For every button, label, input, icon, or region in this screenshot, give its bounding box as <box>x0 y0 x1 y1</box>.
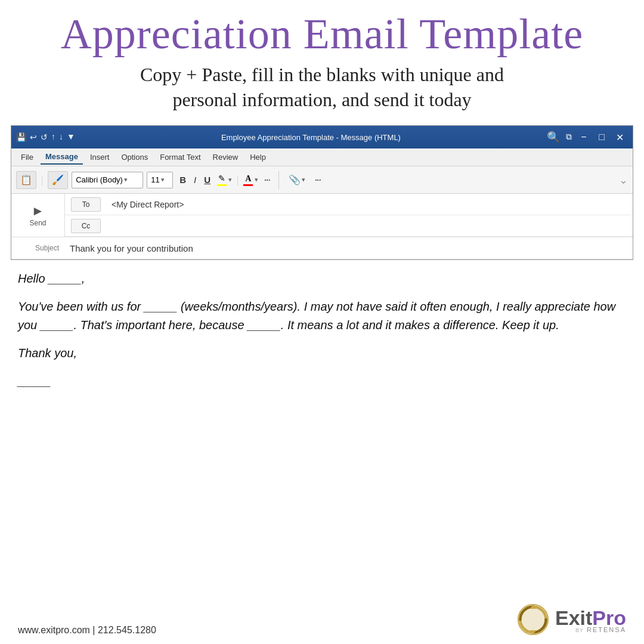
bold-button[interactable]: B <box>177 172 189 188</box>
font-color-swatch <box>243 184 253 186</box>
menu-bar: File Message Insert Options Format Text … <box>11 148 633 166</box>
body-paragraph: You've been with us for _____ (weeks/mon… <box>18 298 626 335</box>
expand-icon[interactable]: ⌄ <box>619 174 628 187</box>
ribbon: 📋 | 🖌️ Calibri (Body) ▾ 11 ▾ B I U ✎ <box>11 166 633 194</box>
more-button-2[interactable]: ··· <box>312 172 323 188</box>
greeting: Hello _____, <box>18 270 626 288</box>
up-icon[interactable]: ↑ <box>51 132 55 142</box>
highlight-color <box>217 184 227 186</box>
highlight-indicator: ✎ <box>217 174 227 186</box>
menu-help[interactable]: Help <box>245 150 271 164</box>
main-title: Appreciation Email Template <box>18 11 626 58</box>
format-painter-button[interactable]: 🖌️ <box>48 171 68 189</box>
highlight-dropdown-icon[interactable]: ▾ <box>228 176 232 184</box>
to-cc-section: ► Send To <My Direct Report> Cc <box>11 194 633 237</box>
page: Appreciation Email Template Copy + Paste… <box>0 0 644 644</box>
font-dropdown-icon[interactable]: ▾ <box>124 176 128 184</box>
paperclip-icon: 📎 <box>289 174 301 185</box>
attach-button[interactable]: 📎 ▾ <box>285 173 309 187</box>
maximize-button[interactable]: □ <box>593 129 610 145</box>
menu-format-text[interactable]: Format Text <box>155 150 205 164</box>
minimize-button[interactable]: − <box>575 129 592 145</box>
contact-info: www.exitpro.com | 212.545.1280 <box>18 625 156 636</box>
window-controls: 🔍 ⧉ − □ ✕ <box>547 129 628 145</box>
redo-icon[interactable]: ↺ <box>41 132 48 143</box>
undo-icon[interactable]: ↩ <box>30 132 37 143</box>
email-body: Hello _____, You've been with us for ___… <box>0 260 644 406</box>
close-button[interactable]: ✕ <box>611 129 628 145</box>
subtitle: Copy + Paste, fill in the blanks with un… <box>18 63 626 112</box>
to-button[interactable]: To <box>71 197 101 212</box>
title-bar-icons: 💾 ↩ ↺ ↑ ↓ ▼ <box>16 132 75 143</box>
menu-file[interactable]: File <box>16 150 38 164</box>
send-button[interactable]: ► Send <box>11 194 65 237</box>
size-dropdown-icon[interactable]: ▾ <box>161 176 165 184</box>
to-value[interactable]: <My Direct Report> <box>107 197 633 212</box>
italic-button[interactable]: I <box>191 172 199 188</box>
logo-area: ExitPro by RETENSA <box>517 603 626 636</box>
title-bar: 💾 ↩ ↺ ↑ ↓ ▼ Employee Appreciation Templa… <box>11 126 633 148</box>
attach-dropdown-icon[interactable]: ▾ <box>302 176 305 184</box>
compose-area: ► Send To <My Direct Report> Cc <box>11 194 633 259</box>
cc-row: Cc <box>65 215 633 237</box>
paste-button[interactable]: 📋 <box>16 171 36 189</box>
highlight-button[interactable]: ✎ ▾ <box>215 172 234 187</box>
dropdown-icon[interactable]: ▼ <box>67 132 75 142</box>
more-format-button[interactable]: ··· <box>262 172 273 188</box>
font-color-button[interactable]: A ▾ <box>242 173 260 187</box>
footer: www.exitpro.com | 212.545.1280 ExitPro <box>0 596 644 644</box>
font-selector[interactable]: Calibri (Body) ▾ <box>72 172 143 188</box>
search-icon[interactable]: 🔍 <box>547 131 560 144</box>
send-label: Send <box>29 219 46 227</box>
ribbon-separator <box>278 171 279 189</box>
subject-label: Subject <box>11 244 65 252</box>
underline-button[interactable]: U <box>201 172 213 188</box>
header-section: Appreciation Email Template Copy + Paste… <box>0 0 644 118</box>
subject-value[interactable]: Thank you for your contribution <box>65 241 633 256</box>
down-icon[interactable]: ↓ <box>59 132 63 142</box>
menu-options[interactable]: Options <box>116 150 153 164</box>
menu-message[interactable]: Message <box>41 150 83 165</box>
format-buttons: B I U ✎ ▾ | A ▾ <box>177 172 273 188</box>
logo-icon <box>517 603 549 636</box>
send-icon: ► <box>32 203 45 219</box>
closing: Thank you, <box>18 344 626 363</box>
menu-review[interactable]: Review <box>208 150 243 164</box>
menu-insert[interactable]: Insert <box>85 150 114 164</box>
to-row: To <My Direct Report> <box>65 194 633 215</box>
font-color-icon: A <box>245 174 251 184</box>
cc-value[interactable] <box>107 224 633 228</box>
font-size-selector[interactable]: 11 ▾ <box>147 172 173 188</box>
font-color-dropdown-icon[interactable]: ▾ <box>255 176 258 184</box>
window-title: Employee Appreciation Template - Message… <box>75 133 547 142</box>
outlook-window: 💾 ↩ ↺ ↑ ↓ ▼ Employee Appreciation Templa… <box>11 125 633 260</box>
separator1: | <box>237 175 239 185</box>
subject-row: Subject Thank you for your contribution <box>11 237 633 259</box>
recipients-area: To <My Direct Report> Cc <box>65 194 633 237</box>
logo-text-area: ExitPro by RETENSA <box>555 606 626 633</box>
email-fields: ► Send To <My Direct Report> Cc <box>11 194 633 259</box>
svg-point-0 <box>518 605 548 634</box>
save-icon[interactable]: 💾 <box>16 132 26 143</box>
highlight-icon: ✎ <box>218 174 225 184</box>
font-color-indicator: A <box>243 174 253 186</box>
cc-button[interactable]: Cc <box>71 219 101 233</box>
signature: _____ <box>18 372 626 391</box>
restore-icon[interactable]: ⧉ <box>566 132 572 142</box>
